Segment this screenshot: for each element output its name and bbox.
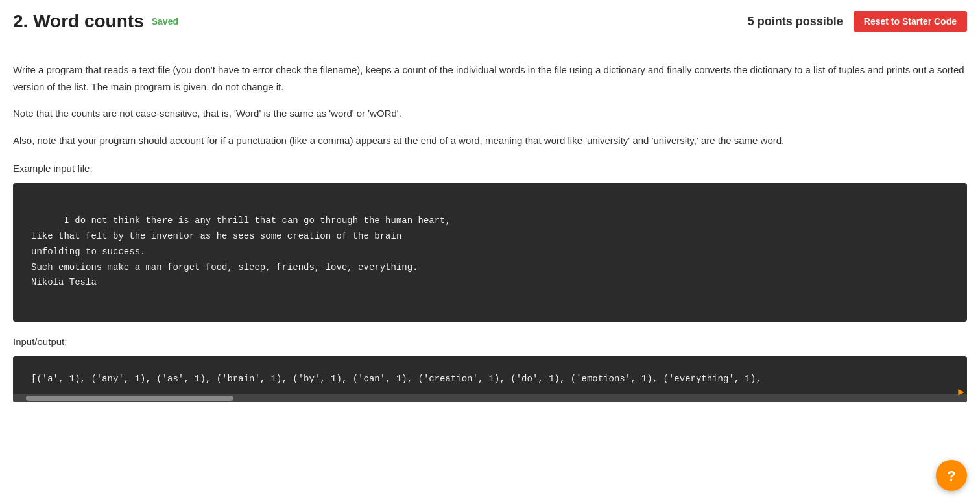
scrollbar[interactable]: ▶: [13, 394, 967, 402]
page-wrapper: 2. Word counts Saved 5 points possible R…: [0, 0, 980, 504]
header-right: 5 points possible Reset to Starter Code: [748, 11, 967, 32]
description-section: Write a program that reads a text file (…: [13, 62, 967, 149]
example-input-code-block: I do not think there is any thrill that …: [13, 183, 967, 322]
reset-to-starter-code-button[interactable]: Reset to Starter Code: [854, 11, 967, 32]
example-input-code-text: I do not think there is any thrill that …: [31, 215, 451, 287]
points-label: 5 points possible: [748, 13, 843, 30]
page-title: 2. Word counts: [13, 8, 144, 35]
header-left: 2. Word counts Saved: [13, 8, 178, 35]
output-code-text: [('a', 1), ('any', 1), ('as', 1), ('brai…: [31, 374, 761, 384]
input-output-label: Input/output:: [13, 335, 967, 350]
example-input-label: Example input file:: [13, 162, 967, 176]
output-code-block[interactable]: [('a', 1), ('any', 1), ('as', 1), ('brai…: [13, 356, 967, 403]
header: 2. Word counts Saved 5 points possible R…: [0, 0, 980, 42]
saved-badge: Saved: [152, 15, 178, 29]
main-content: Write a program that reads a text file (…: [0, 42, 980, 415]
scroll-right-arrow-icon[interactable]: ▶: [958, 384, 964, 402]
description-paragraph-2: Note that the counts are not case-sensit…: [13, 105, 967, 122]
scrollbar-thumb[interactable]: [26, 396, 233, 401]
description-paragraph-3: Also, note that your program should acco…: [13, 132, 967, 149]
help-bubble-button[interactable]: ?: [936, 460, 967, 491]
description-paragraph-1: Write a program that reads a text file (…: [13, 62, 967, 95]
